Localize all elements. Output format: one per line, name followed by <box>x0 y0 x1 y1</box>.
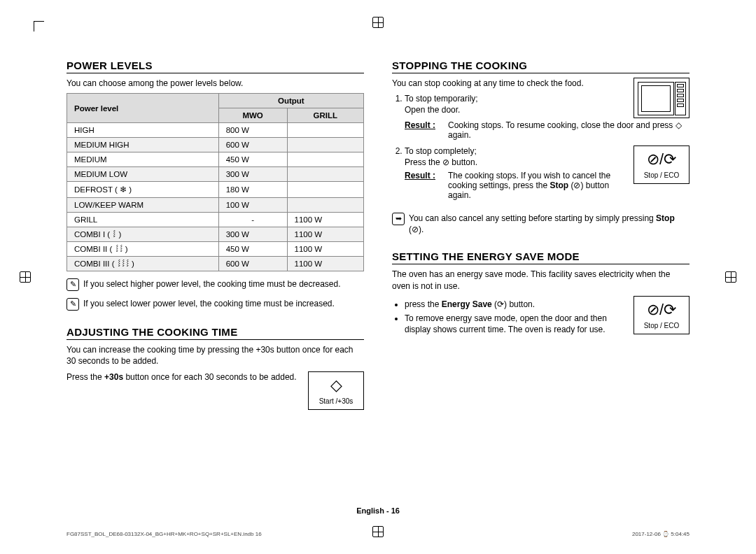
stop-intro: You can stop cooking at any time to chec… <box>392 78 625 89</box>
table-row: MEDIUM LOW300 W <box>67 167 364 182</box>
result-2-text: The cooking stops. If you wish to cancel… <box>448 171 625 200</box>
table-row: COMBI I ( ⸾ )300 W1100 W <box>67 227 364 242</box>
table-row: HIGH800 W <box>67 123 364 138</box>
table-row: MEDIUM HIGH600 W <box>67 138 364 152</box>
registration-mark-icon <box>372 17 384 28</box>
th-output: Output <box>218 94 363 108</box>
th-power-level: Power level <box>67 94 219 123</box>
adjust-p2: Press the +30s button once for each 30 s… <box>66 371 300 383</box>
diamond-icon: ◇ <box>309 378 363 393</box>
table-row: MEDIUM450 W <box>67 152 364 167</box>
registration-mark-icon <box>725 271 736 283</box>
heading-adjusting-time: ADJUSTING THE COOKING TIME <box>66 326 364 340</box>
result-1-text: Cooking stops. To resume cooking, close … <box>448 120 690 140</box>
heading-energy-save: SETTING THE ENERGY SAVE MODE <box>392 250 690 264</box>
note-cancel-setting: You can also cancel any setting before s… <box>409 213 690 235</box>
note-icon: ✎ <box>66 298 79 311</box>
heading-power-levels: POWER LEVELS <box>66 59 364 73</box>
table-row: COMBI III ( ⸾⸾⸾ )600 W1100 W <box>67 257 364 271</box>
note-lower-power: If you select lower power level, the coo… <box>83 298 335 311</box>
stop-eco-button-illustration: ⊘/⟳ Stop / ECO <box>634 145 690 184</box>
microwave-illustration <box>634 78 690 118</box>
start-30s-button-illustration: ◇ Start /+30s <box>308 371 364 410</box>
list-item: press the Energy Save (⟳) button. <box>405 299 625 310</box>
table-row: DEFROST ( ❄ )180 W <box>67 182 364 198</box>
table-row: GRILL-1100 W <box>67 213 364 227</box>
list-item: To stop completely; Press the ⊘ button. <box>405 145 625 168</box>
heading-stopping-cooking: STOPPING THE COOKING <box>392 59 690 73</box>
table-row: LOW/KEEP WARM100 W <box>67 198 364 213</box>
stop-eco-button-illustration: ⊘/⟳ Stop / ECO <box>634 296 690 334</box>
stop-eco-icon: ⊘/⟳ <box>634 302 689 318</box>
crop-mark <box>34 21 44 31</box>
doc-filename: FG87SST_BOL_DE68-03132X-04_BG+HR+MK+RO+S… <box>66 531 262 537</box>
note-higher-power: If you select higher power level, the co… <box>83 278 341 291</box>
list-item: To stop temporarily; Open the door. <box>405 93 625 115</box>
page-footer: English - 16 <box>0 506 756 515</box>
list-item: To remove energy save mode, open the doo… <box>405 313 625 335</box>
registration-mark-icon <box>20 271 31 283</box>
power-levels-table: Power level Output MWO GRILL HIGH800 W M… <box>66 93 364 271</box>
th-mwo: MWO <box>218 108 287 123</box>
adjust-p1: You can increase the cooking time by pre… <box>66 344 364 367</box>
stop-eco-icon: ⊘/⟳ <box>634 152 689 167</box>
table-row: COMBI II ( ⸾⸾ )450 W1100 W <box>67 242 364 257</box>
th-grill: GRILL <box>287 108 363 123</box>
result-label: Result : <box>405 171 435 200</box>
energy-save-intro: The oven has an energy save mode. This f… <box>392 269 690 291</box>
doc-timestamp: 2017-12-06 ⌚ 5:04:45 <box>632 531 690 537</box>
power-levels-intro: You can choose among the power levels be… <box>66 78 364 89</box>
note-icon: ➥ <box>392 213 405 225</box>
result-label: Result : <box>405 120 435 140</box>
note-icon: ✎ <box>66 278 79 291</box>
